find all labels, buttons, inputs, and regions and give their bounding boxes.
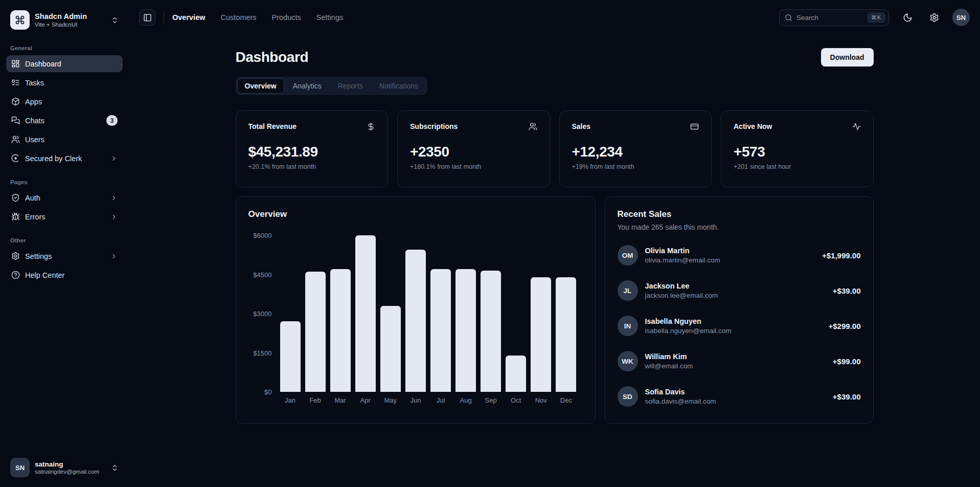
customer-email: will@email.com [645,362,826,370]
sidebar-toggle-button[interactable] [139,9,155,26]
users-icon [11,135,20,144]
sidebar-item-tasks[interactable]: Tasks [6,74,123,91]
x-tick-label: Jul [437,396,445,404]
x-tick-label: Apr [360,396,371,404]
chevron-right-icon [110,213,118,220]
x-tick-label: Feb [309,396,321,404]
settings-button[interactable] [926,9,942,26]
sidebar-section-other: Other [10,237,119,243]
x-tick-label: Oct [511,396,521,404]
recent-sales-card: Recent Sales You made 265 sales this mon… [605,196,874,424]
stat-change: +180.1% from last month [410,163,537,170]
stat-value: +573 [734,144,861,160]
topnav-overview[interactable]: Overview [172,13,206,21]
search-shortcut-kbd: ⌘K [868,13,885,23]
sidebar-section-general: General [10,45,119,51]
app-tagline: Vite + ShadcnUI [35,21,106,28]
stat-value: +2350 [410,144,537,160]
panel-left-icon [143,13,152,22]
team-switcher[interactable]: Shadcn Admin Vite + ShadcnUI [6,6,123,34]
sidebar-item-clerk[interactable]: Secured by Clerk [6,150,123,167]
sidebar-item-auth[interactable]: Auth [6,189,123,206]
avatar: JL [618,280,638,301]
stat-card-subscriptions: Subscriptions +2350 +180.1% from last mo… [397,110,550,187]
user-avatar: SN [10,458,30,477]
customer-email: jackson.lee@email.com [645,292,826,299]
sidebar-item-help-center[interactable]: Help Center [6,267,123,283]
chevron-right-icon [110,253,118,260]
theme-toggle-button[interactable] [899,9,916,26]
help-circle-icon [11,271,20,279]
search-input[interactable] [796,14,863,21]
avatar: IN [618,316,638,336]
stat-change: +20.1% from last month [248,163,376,170]
customer-name: Isabella Nguyen [645,317,822,325]
topnav-settings[interactable]: Settings [316,13,343,21]
avatar: WK [618,351,638,371]
tab-overview[interactable]: Overview [237,78,284,94]
topnav-customers[interactable]: Customers [221,13,257,21]
sale-amount: +$39.00 [833,286,861,295]
stat-value: +12,234 [572,144,699,160]
chevrons-up-down-icon [111,16,119,24]
search-box[interactable]: ⌘K [779,9,889,26]
sale-amount: +$99.00 [833,357,861,366]
avatar: OM [618,245,638,265]
sidebar-item-dashboard[interactable]: Dashboard [6,55,123,72]
x-tick-label: Aug [460,396,471,404]
overview-chart-card: Overview $6000 $4500 $3000 $1500 $0 JanF… [236,196,596,424]
x-tick-label: May [384,396,397,404]
bar-aug: Aug [455,235,476,392]
sidebar-user-menu[interactable]: SN satnaing satnaingdev@gmail.com [6,454,123,481]
user-email: satnaingdev@gmail.com [35,469,106,475]
tab-reports: Reports [330,78,371,94]
app-logo [10,10,30,30]
stat-card-sales: Sales +12,234 +19% from last month [559,110,712,187]
chart-bars: JanFebMarAprMayJunJulAugSepOctNovDec [280,235,583,392]
sale-amount: +$299.00 [829,322,861,330]
customer-email: isabella.nguyen@email.com [645,327,822,335]
tab-analytics[interactable]: Analytics [285,78,329,94]
sale-amount: +$39.00 [833,392,861,401]
sidebar-item-chats[interactable]: Chats 3 [6,112,123,129]
topbar-avatar[interactable]: SN [952,9,970,26]
x-tick-label: Sep [485,396,497,404]
gear-icon [929,13,939,23]
package-icon [11,97,20,106]
chart-y-axis: $6000 $4500 $3000 $1500 $0 [248,235,280,392]
stat-change: +201 since last hour [734,163,861,170]
sale-row: JL Jackson Lee jackson.lee@email.com +$3… [618,280,861,301]
activity-icon [852,122,861,131]
bar-feb: Feb [305,235,326,392]
customer-name: William Kim [645,352,826,361]
customer-email: olivia.martin@email.com [645,256,815,264]
search-icon [785,14,792,21]
bar-apr: Apr [355,235,376,392]
topbar: Overview Customers Products Settings ⌘K [129,0,980,35]
sidebar-item-apps[interactable]: Apps [6,93,123,110]
sidebar-item-settings[interactable]: Settings [6,248,123,264]
clerk-logo-icon [11,154,20,163]
bar-jan: Jan [280,235,301,392]
topnav-products[interactable]: Products [272,13,301,21]
avatar: SD [618,386,638,407]
sale-row: WK William Kim will@email.com +$99.00 [618,351,861,371]
messages-icon [11,116,20,125]
chevrons-up-down-icon [111,464,119,472]
chevron-right-icon [110,194,118,202]
x-tick-label: Dec [560,396,572,404]
dashboard-tabs: Overview Analytics Reports Notifications [236,77,428,95]
user-name: satnaing [35,460,106,468]
bar-nov: Nov [531,235,551,392]
download-button[interactable]: Download [821,48,874,67]
sidebar: Shadcn Admin Vite + ShadcnUI General Das… [0,0,129,487]
sidebar-item-users[interactable]: Users [6,131,123,148]
dollar-sign-icon [367,122,375,131]
moon-icon [903,13,913,23]
list-todo-icon [11,78,20,87]
bar-jun: Jun [405,235,426,392]
sidebar-item-errors[interactable]: Errors [6,208,123,225]
bar-dec: Dec [556,235,576,392]
bug-icon [11,212,20,221]
users-icon [529,122,537,131]
